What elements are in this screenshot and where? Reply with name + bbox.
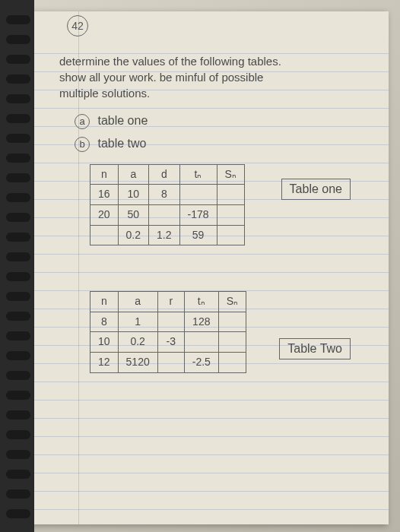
page-number: 42: [71, 20, 84, 32]
table-one-wrapper: n a d tₙ Sₙ 16 10 8 20 50 -178: [59, 164, 366, 245]
cell: 12: [90, 352, 119, 372]
notebook-paper: 42 determine the values of the following…: [29, 11, 389, 524]
instruction-line-1: determine the values of the following ta…: [59, 53, 366, 69]
cell: 50: [118, 204, 148, 225]
cell: 5120: [118, 352, 157, 372]
page-number-circle: 42: [67, 15, 88, 36]
table-two-label: Table Two: [279, 338, 351, 359]
item-b-text: table two: [97, 137, 146, 150]
cell: 0.2: [118, 332, 157, 353]
table-row: 10 0.2 -3: [90, 332, 246, 353]
item-a-text: table one: [97, 114, 148, 127]
marker-a: a: [75, 114, 90, 129]
cell: [179, 185, 217, 205]
table-row: 8 1 128: [90, 312, 246, 332]
table-row: 12 5120 -2.5: [90, 352, 246, 372]
table-two-wrapper: n a r tₙ Sₙ 8 1 128 10 0.2 -3: [59, 291, 366, 372]
cell: [157, 312, 184, 332]
cell: -3: [157, 332, 184, 353]
cell: [218, 332, 246, 353]
table-one-label: Table one: [281, 179, 351, 200]
cell: [217, 204, 244, 225]
cell: [184, 332, 218, 353]
table-row: 20 50 -178: [90, 204, 245, 225]
table-row: 16 10 8: [90, 185, 245, 205]
instruction-line-3: multiple solutions.: [59, 85, 366, 101]
cell: [218, 352, 246, 372]
cell: 10: [118, 185, 148, 205]
table-two: n a r tₙ Sₙ 8 1 128 10 0.2 -3: [90, 291, 246, 372]
cell: 20: [90, 204, 119, 225]
table-one: n a d tₙ Sₙ 16 10 8 20 50 -178: [90, 164, 245, 245]
cell: -2.5: [184, 352, 218, 372]
spiral-binding: [0, 0, 34, 532]
cell: 16: [90, 185, 119, 205]
cell: -178: [179, 204, 217, 225]
cell: 128: [184, 312, 218, 332]
cell: [149, 204, 179, 225]
page-content: determine the values of the following ta…: [59, 53, 366, 373]
cell: 8: [90, 312, 119, 332]
instruction-text: determine the values of the following ta…: [59, 53, 366, 101]
cell: [157, 352, 184, 372]
cell: 1: [118, 312, 157, 332]
cell: 10: [90, 332, 119, 353]
list-item-a: a table one: [75, 112, 366, 129]
cell: [218, 312, 246, 332]
cell: 8: [149, 185, 179, 205]
cell: [217, 185, 244, 205]
